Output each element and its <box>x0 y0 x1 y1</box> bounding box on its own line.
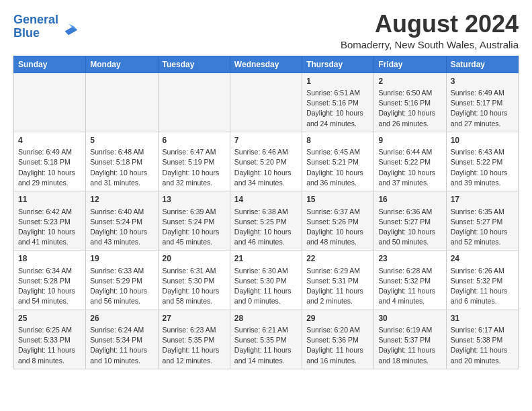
day-number: 5 <box>90 135 153 146</box>
day-content-line: and 18 minutes. <box>378 356 441 366</box>
svg-marker-0 <box>65 26 78 35</box>
day-content-line: Daylight: 10 hours <box>90 168 153 178</box>
calendar-cell <box>86 73 158 132</box>
day-content-line: Sunset: 5:28 PM <box>18 276 81 286</box>
day-content-line: and 27 minutes. <box>451 119 514 129</box>
day-content-line: Sunset: 5:27 PM <box>378 217 441 227</box>
day-content-line: Sunset: 5:33 PM <box>18 335 81 345</box>
day-content-line: Sunset: 5:30 PM <box>163 276 226 286</box>
day-number: 1 <box>306 76 369 87</box>
day-content-line: Daylight: 10 hours <box>18 168 81 178</box>
day-content-line: Sunset: 5:22 PM <box>451 157 514 167</box>
week-row-3: 11Sunrise: 6:42 AMSunset: 5:23 PMDayligh… <box>14 191 519 250</box>
day-content-line: Daylight: 10 hours <box>306 108 369 118</box>
day-content-line: Daylight: 10 hours <box>18 286 81 296</box>
calendar-cell: 17Sunrise: 6:35 AMSunset: 5:27 PMDayligh… <box>446 191 518 250</box>
day-content-line: Sunset: 5:20 PM <box>234 157 298 167</box>
day-content-line: Sunset: 5:22 PM <box>378 157 441 167</box>
day-content-line: Sunrise: 6:24 AM <box>90 325 153 335</box>
calendar-cell: 16Sunrise: 6:36 AMSunset: 5:27 PMDayligh… <box>374 191 446 250</box>
logo-text: General Blue <box>13 13 58 40</box>
day-number: 25 <box>18 313 81 324</box>
calendar-cell: 31Sunrise: 6:17 AMSunset: 5:38 PMDayligh… <box>446 310 518 369</box>
day-content-line: Daylight: 11 hours <box>90 345 153 355</box>
calendar-cell: 4Sunrise: 6:49 AMSunset: 5:18 PMDaylight… <box>14 132 86 191</box>
day-content-line: Daylight: 10 hours <box>234 227 298 237</box>
day-content-line: and 20 minutes. <box>451 356 514 366</box>
day-content-line: and 52 minutes. <box>451 237 514 247</box>
day-content-line: Sunset: 5:21 PM <box>306 157 369 167</box>
day-number: 20 <box>163 253 226 265</box>
day-content-line: Sunrise: 6:49 AM <box>451 88 514 98</box>
day-content-line: Sunrise: 6:26 AM <box>451 266 514 276</box>
week-row-5: 25Sunrise: 6:25 AMSunset: 5:33 PMDayligh… <box>14 310 519 369</box>
calendar-cell: 7Sunrise: 6:46 AMSunset: 5:20 PMDaylight… <box>230 132 302 191</box>
day-content-line: and 14 minutes. <box>234 356 298 366</box>
day-content-line: and 16 minutes. <box>306 356 369 366</box>
day-content-line: Daylight: 10 hours <box>234 168 298 178</box>
day-content-line: Daylight: 10 hours <box>90 286 153 296</box>
day-content-line: Sunrise: 6:44 AM <box>378 147 441 157</box>
day-number: 12 <box>90 194 153 205</box>
day-content-line: Sunset: 5:34 PM <box>90 335 153 345</box>
day-number: 29 <box>306 313 369 324</box>
day-number: 4 <box>18 135 81 146</box>
day-number: 15 <box>306 194 369 205</box>
day-number: 11 <box>18 194 81 205</box>
weekday-header-friday: Friday <box>374 56 446 73</box>
day-content-line: Sunrise: 6:46 AM <box>234 147 298 157</box>
day-content-line: and 48 minutes. <box>306 237 369 247</box>
day-content-line: and 45 minutes. <box>163 237 226 247</box>
day-content-line: Sunrise: 6:42 AM <box>18 207 81 217</box>
day-number: 18 <box>18 253 81 265</box>
day-number: 22 <box>306 253 369 265</box>
day-number: 2 <box>378 76 441 87</box>
day-number: 21 <box>234 253 298 265</box>
day-content-line: and 34 minutes. <box>234 178 298 188</box>
day-content-line: Daylight: 10 hours <box>306 168 369 178</box>
weekday-header-monday: Monday <box>86 56 158 73</box>
day-number: 27 <box>163 313 226 324</box>
day-content-line: Daylight: 10 hours <box>378 108 441 118</box>
calendar-cell: 12Sunrise: 6:40 AMSunset: 5:24 PMDayligh… <box>86 191 158 250</box>
day-number: 13 <box>163 194 226 205</box>
day-content-line: and 58 minutes. <box>163 296 226 306</box>
weekday-header-tuesday: Tuesday <box>158 56 230 73</box>
calendar-cell: 3Sunrise: 6:49 AMSunset: 5:17 PMDaylight… <box>446 73 518 132</box>
day-content-line: Sunrise: 6:25 AM <box>18 325 81 335</box>
calendar-table: SundayMondayTuesdayWednesdayThursdayFrid… <box>13 56 519 369</box>
day-content-line: Sunrise: 6:39 AM <box>163 207 226 217</box>
day-content-line: Sunrise: 6:34 AM <box>18 266 81 276</box>
calendar-cell: 2Sunrise: 6:50 AMSunset: 5:16 PMDaylight… <box>374 73 446 132</box>
day-content-line: Daylight: 11 hours <box>306 345 369 355</box>
calendar-cell: 13Sunrise: 6:39 AMSunset: 5:24 PMDayligh… <box>158 191 230 250</box>
day-content-line: Sunset: 5:38 PM <box>451 335 514 345</box>
day-content-line: Sunrise: 6:50 AM <box>378 88 441 98</box>
day-content-line: Sunset: 5:18 PM <box>90 157 153 167</box>
week-row-2: 4Sunrise: 6:49 AMSunset: 5:18 PMDaylight… <box>14 132 519 191</box>
location: Bomaderry, New South Wales, Australia <box>341 39 519 50</box>
day-content-line: Sunset: 5:18 PM <box>18 157 81 167</box>
calendar-cell: 30Sunrise: 6:19 AMSunset: 5:37 PMDayligh… <box>374 310 446 369</box>
day-content-line: Daylight: 10 hours <box>306 227 369 237</box>
calendar-cell: 24Sunrise: 6:26 AMSunset: 5:32 PMDayligh… <box>446 250 518 310</box>
day-content-line: Daylight: 10 hours <box>451 108 514 118</box>
day-content-line: Sunset: 5:16 PM <box>306 98 369 108</box>
calendar-cell: 6Sunrise: 6:47 AMSunset: 5:19 PMDaylight… <box>158 132 230 191</box>
day-content-line: Sunrise: 6:35 AM <box>451 207 514 217</box>
day-content-line: and 4 minutes. <box>378 296 441 306</box>
day-content-line: Daylight: 11 hours <box>306 286 369 296</box>
day-content-line: Sunrise: 6:30 AM <box>234 266 298 276</box>
day-content-line: Sunset: 5:36 PM <box>306 335 369 345</box>
day-content-line: Sunrise: 6:49 AM <box>18 147 81 157</box>
day-content-line: Daylight: 11 hours <box>163 345 226 355</box>
day-content-line: Sunrise: 6:28 AM <box>378 266 441 276</box>
day-content-line: Daylight: 10 hours <box>18 227 81 237</box>
day-content-line: Sunrise: 6:47 AM <box>163 147 226 157</box>
calendar-cell: 10Sunrise: 6:43 AMSunset: 5:22 PMDayligh… <box>446 132 518 191</box>
day-number: 3 <box>451 76 514 87</box>
day-content-line: Sunrise: 6:23 AM <box>163 325 226 335</box>
day-content-line: Sunrise: 6:17 AM <box>451 325 514 335</box>
day-number: 24 <box>451 253 514 265</box>
day-content-line: Daylight: 11 hours <box>378 345 441 355</box>
